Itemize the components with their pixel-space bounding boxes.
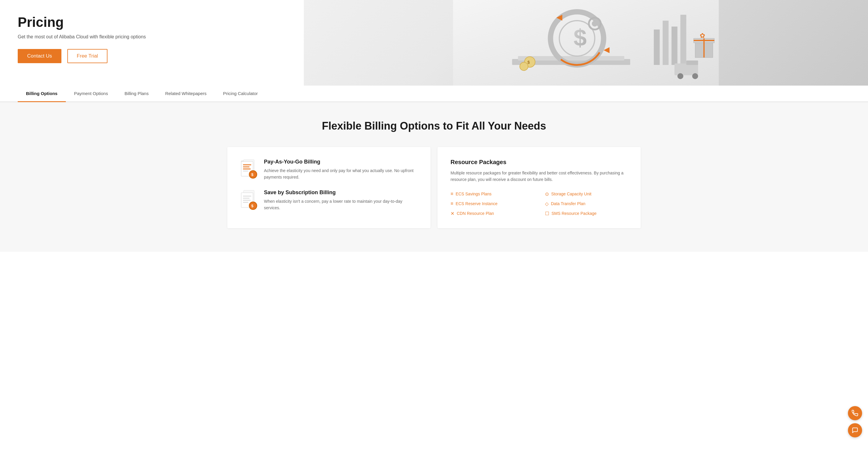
link-ecs-savings[interactable]: ≡ ECS Savings Plans — [451, 191, 533, 197]
sms-resource-icon: ☐ — [545, 211, 549, 216]
tab-payment-options[interactable]: Payment Options — [66, 86, 116, 102]
billing-items: $ Pay-As-You-Go Billing Achieve the elas… — [240, 159, 417, 211]
hero-illustration: $ $ — [304, 0, 868, 86]
tab-billing-options[interactable]: Billing Options — [18, 86, 66, 102]
link-cdn-resource[interactable]: ✕ CDN Resource Plan — [451, 211, 533, 216]
link-sms-resource[interactable]: ☐ SMS Resource Package — [545, 211, 628, 216]
ecs-savings-label: ECS Savings Plans — [456, 192, 491, 196]
svg-rect-24 — [686, 61, 698, 65]
payg-desc: Achieve the elasticity you need and only… — [264, 167, 417, 180]
hero-image: $ $ — [304, 0, 868, 86]
subscription-title: Save by Subscription Billing — [264, 190, 417, 196]
hero-subtitle: Get the most out of Alibaba Cloud with f… — [18, 34, 165, 39]
link-data-transfer[interactable]: ◇ Data Transfer Plan — [545, 201, 628, 207]
svg-rect-45 — [243, 202, 248, 203]
payg-text: Pay-As-You-Go Billing Achieve the elasti… — [264, 159, 417, 180]
svg-point-17 — [520, 62, 528, 70]
link-storage-capacity[interactable]: ⊙ Storage Capacity Unit — [545, 191, 628, 197]
svg-point-8 — [592, 21, 598, 27]
ecs-savings-icon: ≡ — [451, 191, 453, 197]
svg-text:$: $ — [528, 60, 530, 65]
billing-item-payg: $ Pay-As-You-Go Billing Achieve the elas… — [240, 159, 417, 180]
payg-title: Pay-As-You-Go Billing — [264, 159, 417, 165]
tab-billing-plans[interactable]: Billing Plans — [116, 86, 157, 102]
hero-title: Pricing — [18, 14, 165, 30]
billing-item-subscription: $ Save by Subscription Billing When elas… — [240, 190, 417, 211]
subscription-text: Save by Subscription Billing When elasti… — [264, 190, 417, 211]
section-title: Flexible Billing Options to Fit All Your… — [18, 120, 850, 132]
sms-resource-label: SMS Resource Package — [552, 211, 597, 216]
resource-desc: Multiple resource packages for greater f… — [451, 170, 628, 183]
navigation-tabs: Billing Options Payment Options Billing … — [0, 86, 868, 102]
data-transfer-icon: ◇ — [545, 201, 549, 207]
tab-pricing-calculator[interactable]: Pricing Calculator — [215, 86, 266, 102]
svg-rect-35 — [243, 166, 249, 167]
hero-content: Pricing Get the most out of Alibaba Clou… — [18, 14, 165, 63]
ecs-reserve-icon: ≡ — [451, 201, 453, 206]
svg-rect-44 — [243, 200, 251, 201]
free-trial-button[interactable]: Free Trial — [67, 49, 107, 63]
resource-title: Resource Packages — [451, 159, 628, 166]
hero-buttons: Contact Us Free Trial — [18, 49, 165, 63]
cdn-resource-icon: ✕ — [451, 211, 454, 216]
resource-packages-card: Resource Packages Multiple resource pack… — [438, 147, 641, 228]
payg-icon: $ — [240, 159, 258, 179]
svg-text:$: $ — [251, 204, 254, 208]
svg-text:$: $ — [574, 25, 587, 51]
subscription-icon: $ — [240, 190, 258, 210]
svg-text:$: $ — [251, 172, 254, 177]
main-content: Flexible Billing Options to Fit All Your… — [0, 102, 868, 252]
svg-rect-43 — [243, 198, 249, 199]
storage-capacity-icon: ⊙ — [545, 191, 549, 197]
svg-rect-12 — [663, 21, 669, 65]
payg-card: $ Pay-As-You-Go Billing Achieve the elas… — [227, 147, 430, 228]
svg-rect-34 — [243, 164, 251, 165]
svg-rect-36 — [243, 168, 251, 169]
cdn-resource-label: CDN Resource Plan — [457, 211, 494, 216]
svg-text:✿: ✿ — [700, 32, 705, 39]
svg-rect-11 — [654, 30, 660, 65]
ecs-reserve-label: ECS Reserve Instance — [456, 201, 497, 206]
storage-capacity-label: Storage Capacity Unit — [551, 192, 591, 196]
svg-rect-42 — [243, 196, 251, 197]
data-transfer-label: Data Transfer Plan — [551, 201, 585, 206]
subscription-desc: When elasticity isn't a concern, pay a l… — [264, 198, 417, 211]
svg-rect-37 — [243, 171, 248, 171]
contact-us-button[interactable]: Contact Us — [18, 49, 61, 63]
svg-rect-14 — [681, 15, 686, 65]
cards-grid: $ Pay-As-You-Go Billing Achieve the elas… — [227, 147, 641, 228]
svg-rect-13 — [672, 27, 678, 65]
resource-links: ≡ ECS Savings Plans ⊙ Storage Capacity U… — [451, 191, 628, 216]
hero-section: Pricing Get the most out of Alibaba Clou… — [0, 0, 868, 86]
svg-point-25 — [678, 73, 683, 79]
svg-point-26 — [692, 73, 698, 79]
tab-related-whitepapers[interactable]: Related Whitepapers — [157, 86, 215, 102]
link-ecs-reserve[interactable]: ≡ ECS Reserve Instance — [451, 201, 533, 207]
